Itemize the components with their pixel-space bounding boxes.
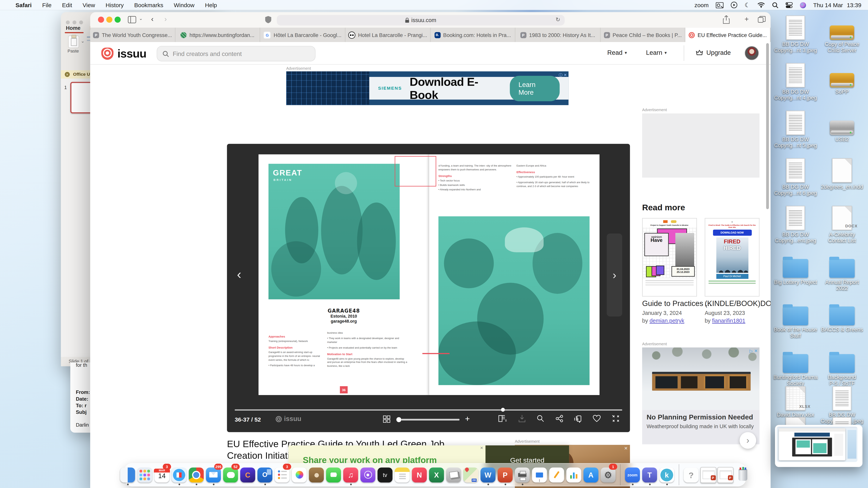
desktop-icon-book-of-the-house-stuff[interactable]: Book of the HouseStuff <box>772 300 819 339</box>
upgrade-button[interactable]: Upgrade <box>696 49 731 56</box>
grid-view-icon[interactable] <box>383 416 390 423</box>
tab-home[interactable]: Home <box>66 25 81 31</box>
close-button[interactable] <box>66 21 70 24</box>
play-status-icon[interactable] <box>731 2 737 8</box>
issuu-logo[interactable]: issuu <box>101 47 146 60</box>
search-input[interactable]: Find creators and content <box>157 46 316 61</box>
dock-clario[interactable]: C <box>240 465 256 484</box>
dock-launchpad[interactable] <box>137 465 153 484</box>
dock-keynote[interactable] <box>531 465 548 484</box>
dock-appstore[interactable]: A <box>583 465 599 484</box>
desktop-icon-bb-dg-dw-copyrig-nt-6-jpeg[interactable]: BB DG DWCopyrig...nt 6.jpeg <box>772 157 819 196</box>
fullscreen-icon[interactable] <box>612 415 619 422</box>
tab-4[interactable]: Hotel La Barcarolle - Prangi... <box>345 28 431 42</box>
desktop-icon-a-celebrity-contact-list[interactable]: DOCXA-CelebrityContact List <box>819 205 865 244</box>
tab-6[interactable]: P1983 to 2000: History As It... <box>515 28 600 42</box>
tab-7[interactable]: PPeace Child – the Books | P... <box>600 28 685 42</box>
ad-cta-button[interactable]: Learn More <box>509 75 560 101</box>
siri-icon[interactable] <box>800 2 806 8</box>
wifi-icon[interactable] <box>757 2 765 8</box>
search-icon[interactable] <box>537 415 544 422</box>
minimize-button[interactable] <box>106 17 113 23</box>
paste-icon[interactable] <box>68 35 79 48</box>
dock-pages[interactable] <box>549 465 565 484</box>
desktop-icon-bb-dg-dw-copyrig-nt-4-jpeg[interactable]: BB DG DWCopyrig...nt 4.jpeg <box>772 62 819 101</box>
dock-trash[interactable] <box>735 465 751 484</box>
minimize-button[interactable] <box>72 21 76 24</box>
card-title[interactable]: (KINDLE/BOOK)DO... <box>705 299 771 308</box>
nav-learn[interactable]: Learn▾ <box>646 49 667 56</box>
close-icon[interactable]: ✕ <box>624 446 628 451</box>
house-ad-caption[interactable]: No Planning Permission Needed Weatherpro… <box>642 410 760 444</box>
dock-kahoot[interactable]: k <box>659 465 675 484</box>
desktop-icon-david-diary-xlsx[interactable]: XLSXDavid Diary.xlsx <box>772 385 819 418</box>
focus-moon-icon[interactable]: ☾ <box>745 1 750 8</box>
control-center-icon[interactable] <box>785 2 793 8</box>
screen-record-icon[interactable] <box>716 2 724 8</box>
menu-zoom-label[interactable]: zoom <box>694 2 709 8</box>
reading-progress-bar[interactable] <box>235 410 622 411</box>
zoom-button[interactable] <box>115 17 121 23</box>
reload-icon[interactable]: ↻ <box>556 17 560 23</box>
menu-window[interactable]: Window <box>174 2 194 8</box>
tab-1[interactable]: PThe World Youth Congresse... <box>90 28 175 42</box>
menu-history[interactable]: History <box>105 2 124 8</box>
close-icon[interactable]: ✕ <box>65 72 70 77</box>
carousel-arrow[interactable]: › <box>740 432 756 449</box>
desktop-icon-2degrees-en-indd[interactable]: 2degrees_en.indd <box>819 157 865 190</box>
tab-8[interactable]: EU Effective Practice Guide... <box>685 28 771 42</box>
tab-2[interactable]: https://www.buntingfordan... <box>175 28 260 42</box>
dock-mail[interactable]: 295 <box>206 465 221 484</box>
adchoices-icon[interactable]: ▷ ✕ <box>749 349 758 354</box>
dock-reminders[interactable]: 3 <box>274 465 290 484</box>
paste-label[interactable]: Paste <box>68 48 79 54</box>
desktop-icon-usb2[interactable]: USB2 <box>819 109 865 143</box>
card-title[interactable]: Guide to Practices ... <box>642 299 711 308</box>
menu-view[interactable]: View <box>83 2 95 8</box>
dock-podcasts[interactable] <box>360 465 376 484</box>
author-link[interactable]: fianarifin1801 <box>712 318 745 324</box>
tab-3[interactable]: GHôtel La Barcarolle - Googl... <box>260 28 345 42</box>
share-icon[interactable] <box>723 15 730 24</box>
url-field[interactable]: issuu.com ↻ <box>277 15 565 25</box>
progress-handle[interactable] <box>501 408 505 412</box>
dock-zoomapp[interactable]: zoom <box>624 465 641 484</box>
read-more-card[interactable]: Project to Support Youth Councils in Ukr… <box>642 218 697 297</box>
sidebar-icon[interactable] <box>128 16 136 23</box>
spotlight-search-icon[interactable] <box>772 2 778 8</box>
dock-outlook[interactable]: O <box>257 465 273 484</box>
desktop-icon-copy-of-peace-child-server[interactable]: Copy of PeaceChild Server <box>819 14 865 54</box>
screenshot-preview-window[interactable] <box>775 425 862 467</box>
author-link[interactable]: demian.petryk <box>649 318 684 324</box>
dock-messages[interactable]: 52 <box>223 465 239 484</box>
add-to-stack-icon[interactable] <box>574 415 582 423</box>
privacy-shield-icon[interactable] <box>265 16 271 23</box>
dock-excel[interactable]: X <box>428 465 444 484</box>
sidebar-chevron-icon[interactable]: ⌄ <box>139 16 143 21</box>
dock-powerpoint[interactable]: P <box>497 465 513 484</box>
dock-word[interactable]: W <box>480 465 496 484</box>
dock-missing[interactable]: ? <box>683 465 699 484</box>
dock-calendar[interactable]: MAR143 <box>154 465 170 484</box>
desktop-icon-buntingford-drama-society[interactable]: Buntingford DramaSociety <box>772 348 819 387</box>
dock-minithumb[interactable]: P <box>700 465 716 484</box>
download-icon[interactable] <box>519 415 525 422</box>
desktop-icon-bb-dg-dw-copyrig-nt-5-jpeg[interactable]: BB DG DWCopyrig...nt 5.jpeg <box>772 109 819 149</box>
menu-clock-time[interactable]: 13:39 <box>847 2 861 8</box>
like-heart-icon[interactable] <box>593 415 600 422</box>
dock-chrome[interactable] <box>188 465 204 484</box>
menu-clock-date[interactable]: Thu 14 Mar <box>813 2 843 8</box>
zoom-button[interactable] <box>79 21 83 24</box>
nav-read[interactable]: Read▾ <box>607 49 627 56</box>
menu-app-name[interactable]: Safari <box>16 2 32 8</box>
dock-appletv[interactable]: tv <box>377 465 393 484</box>
close-icon[interactable]: ✕ <box>480 446 484 450</box>
document-page-right[interactable]: of funding, a team and training. The int… <box>429 154 599 395</box>
new-tab-button[interactable]: + <box>745 15 749 23</box>
desktop-icon-sopp[interactable]: SoPP <box>819 62 865 95</box>
dock-news[interactable]: N <box>411 465 427 484</box>
forward-button[interactable]: › <box>164 15 167 23</box>
menu-help[interactable]: Help <box>205 2 217 8</box>
next-page-button[interactable]: › <box>607 233 622 317</box>
top-ad-banner[interactable]: SIEMENS Download E-Book Learn More ⓘ ✕ <box>286 71 568 105</box>
